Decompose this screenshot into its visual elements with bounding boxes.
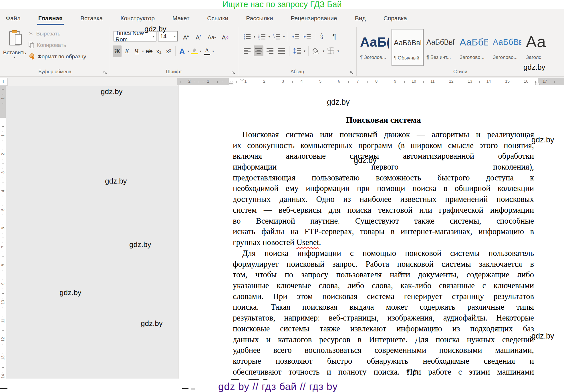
align-right-button[interactable] [265, 45, 275, 56]
clipboard-dialog-launcher[interactable] [103, 70, 108, 75]
style-item-Заголово-[interactable]: АаБбВвГЗаголово... [491, 29, 523, 66]
chevron-down-icon: ▾ [214, 36, 216, 39]
gdz-watermark: gdz.by [523, 63, 545, 72]
style-item-Заголово-[interactable]: АаБбВвЗаголово... [458, 29, 490, 66]
paste-label: Вставить [3, 49, 26, 56]
chevron-down-icon[interactable]: ▾ [200, 50, 202, 53]
align-center-button[interactable] [254, 45, 263, 56]
doc-line: поиска. Такая поисковая выдача может сод… [233, 302, 534, 313]
tab-Рецензирование[interactable]: Рецензирование [290, 14, 338, 23]
style-item--Без-инт-[interactable]: АаБбВвГг,¶ Без инт... [425, 29, 457, 66]
chevron-down-icon[interactable]: ▾ [269, 35, 270, 38]
change-case-button[interactable]: Аа▾ [207, 32, 217, 43]
document-page[interactable]: Поисковая система Поисковая система или … [178, 85, 564, 392]
tab-Рассылки[interactable]: Рассылки [245, 14, 273, 23]
document-heading: Поисковая система [233, 115, 534, 125]
subscript-button[interactable]: x₂ [155, 45, 163, 57]
superscript-button[interactable]: x² [164, 45, 173, 57]
chevron-down-icon: ▾ [174, 35, 176, 38]
decrease-indent-button[interactable] [291, 31, 301, 42]
strikethrough-button[interactable]: ab [145, 45, 154, 57]
increase-indent-button[interactable] [302, 31, 312, 42]
doc-line: включая аналоговые системы автоматизиров… [233, 151, 534, 162]
tab-Справка[interactable]: Справка [383, 14, 408, 23]
chevron-down-icon[interactable]: ▾ [254, 35, 255, 38]
svg-text:i: i [274, 38, 274, 40]
multilevel-list-button[interactable]: 1ai [272, 31, 281, 42]
doc-line: систем — веб-сервисы для поиска текстово… [233, 205, 534, 216]
paragraph-group-label: Абзац [238, 69, 356, 75]
copy-icon [29, 42, 34, 49]
chevron-down-icon[interactable]: ▾ [142, 50, 144, 53]
justify-button[interactable] [277, 45, 286, 56]
shrink-font-button[interactable]: А▾ [194, 32, 203, 43]
chevron-down-icon: ▾ [14, 56, 15, 59]
align-left-button[interactable] [242, 45, 252, 56]
format-painter-button[interactable]: Формат по образцу [29, 53, 86, 60]
paragraph-2: Для поиска информации с помощью поисково… [233, 248, 534, 388]
style-item-Заголс[interactable]: АаЗаголс [524, 29, 556, 66]
first-line-indent-marker[interactable] [240, 79, 244, 82]
tab-Вид[interactable]: Вид [354, 14, 366, 23]
eraser-icon: ◊ [227, 35, 229, 40]
horizontal-ruler[interactable]: 211234567891011121314151617 [177, 78, 564, 85]
tab-Файл[interactable]: Файл [5, 14, 21, 23]
tab-Ссылки[interactable]: Ссылки [206, 14, 229, 23]
grow-font-button[interactable]: А▴ [182, 32, 190, 43]
misspelled-word: Usenet [296, 238, 319, 247]
tab-Макет[interactable]: Макет [172, 14, 190, 23]
italic-button[interactable]: К [123, 45, 131, 57]
style-item--Обычный[interactable]: АаБбВвГг,¶ Обычный [392, 29, 424, 66]
doc-line: необходимой ему информации при помощи по… [233, 183, 534, 194]
line-spacing-button[interactable] [292, 45, 302, 56]
doc-line: Поисковая система или поисковый движок —… [233, 129, 534, 140]
vertical-ruler[interactable]: 11234567891011121314 [0, 86, 6, 379]
chevron-down-icon[interactable]: ▾ [188, 50, 189, 53]
chevron-down-icon[interactable]: ▾ [304, 49, 305, 52]
paragraph-1-last-line: группах новостей Usenet. [233, 237, 534, 248]
style-item--Зоголов-[interactable]: АаБ(¶ Зоголов... [358, 29, 390, 66]
font-group: Times New Rom ▾ 14 ▾ А▴ А▾ Аа▾ А◊ Ж К Ч [110, 27, 238, 76]
format-painter-label: Формат по образцу [37, 53, 86, 60]
gdz-watermark: gdz.by [531, 332, 554, 341]
chevron-down-icon[interactable]: ▾ [213, 50, 214, 53]
bold-button[interactable]: Ж [113, 45, 122, 57]
underline-button[interactable]: Ч [132, 45, 141, 57]
doc-line: словами. При этом поисковая система гене… [233, 291, 534, 302]
borders-button[interactable] [326, 45, 336, 56]
doc-line: обеспечивают точность и полноту поиска. … [233, 367, 534, 377]
paragraph-dialog-launcher[interactable] [349, 70, 354, 75]
font-dialog-launcher[interactable] [231, 70, 236, 75]
sort-button[interactable]: АЯ↓ [318, 31, 328, 42]
shading-button[interactable] [311, 45, 321, 56]
chevron-down-icon[interactable]: ▾ [337, 49, 339, 52]
gdz-watermark: gdz.by [105, 177, 127, 186]
tab-Конструктор[interactable]: Конструктор [120, 14, 155, 23]
gdz-watermark: gdz.by [327, 98, 350, 107]
doc-line: указанные ключевые слова, либо слова, ка… [233, 280, 534, 291]
ribbon-tab-bar: ФайлГлавнаяВставкаКонструкторМакетСсылки… [0, 9, 564, 27]
numbered-list-button[interactable]: 123 [257, 31, 267, 42]
doc-line: удобнее всего воспользоваться современны… [233, 345, 534, 356]
highlight-button[interactable] [190, 45, 199, 57]
text-effects-button[interactable]: А [178, 45, 186, 57]
doc-line: их совокупность компьютерных программ (в… [233, 140, 534, 151]
tab-Главная[interactable]: Главная [38, 14, 63, 23]
doc-line: информации первого поколения), [233, 162, 534, 172]
font-color-button[interactable]: А [203, 45, 211, 57]
show-paragraph-marks-button[interactable]: ¶ [329, 31, 339, 42]
clear-formatting-button[interactable]: А◊ [221, 32, 229, 43]
tab-stop-selector[interactable]: L [0, 78, 8, 85]
left-indent-marker[interactable] [229, 80, 233, 85]
gdz-watermark: gdz.by [59, 288, 82, 297]
svg-text:3: 3 [258, 38, 260, 40]
gdz-watermark: gdz.by [354, 156, 377, 165]
ribbon: Вставить ▾ ✂ Вырезать Копировать Формат … [0, 27, 564, 77]
chevron-down-icon[interactable]: ▾ [283, 35, 285, 38]
chevron-down-icon[interactable]: ▾ [323, 49, 325, 52]
bullet-list-button[interactable] [242, 31, 252, 42]
paste-button[interactable]: Вставить ▾ [3, 29, 26, 72]
doc-line: формулирует поисковый запрос. Работа пои… [233, 259, 534, 270]
gdz-watermark: gdz.by [129, 240, 151, 249]
tab-Вставка[interactable]: Вставка [80, 14, 103, 23]
